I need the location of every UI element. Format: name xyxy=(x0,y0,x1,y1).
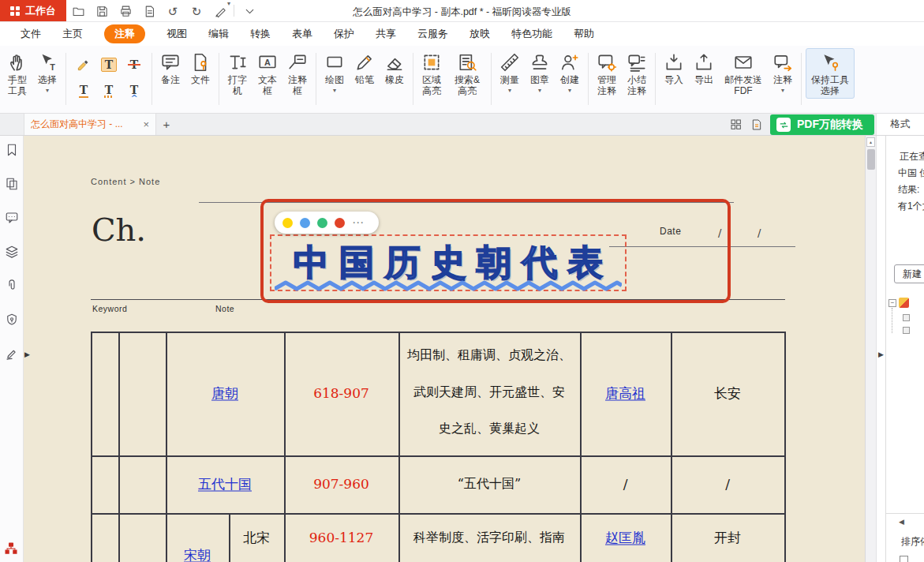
tree-result-item[interactable] xyxy=(903,327,910,334)
security-panel-button[interactable] xyxy=(2,310,21,329)
bookmarks-panel-button[interactable] xyxy=(2,140,21,159)
wavy-underline xyxy=(275,279,622,293)
open-file-button[interactable] xyxy=(66,0,90,22)
menu-edit[interactable]: 编辑 xyxy=(208,27,229,41)
tool-measure[interactable]: 测量 ▾ xyxy=(496,48,524,96)
pdf-page[interactable]: Content > Note Ch. Date / / Keyword Note… xyxy=(24,136,865,562)
dynasty-link[interactable]: 宋朝 xyxy=(166,546,229,562)
attachments-panel-button[interactable] xyxy=(2,276,21,295)
tool-search-highlight[interactable]: 搜索&高亮 xyxy=(447,48,487,99)
tool-typewriter[interactable]: 打字机 xyxy=(223,48,252,99)
tool-note[interactable]: 备注 xyxy=(156,48,185,88)
tree-result-item[interactable] xyxy=(903,314,910,321)
menu-convert[interactable]: 转换 xyxy=(250,27,271,41)
tool-label: 注释 xyxy=(773,75,792,86)
pages-icon xyxy=(5,177,19,191)
ribbon-separator xyxy=(152,53,152,105)
tool-pencil[interactable]: 铅笔 xyxy=(350,48,379,88)
menu-cloud[interactable]: 云服务 xyxy=(417,27,448,41)
menu-home[interactable]: 主页 xyxy=(62,27,83,41)
layers-panel-button[interactable] xyxy=(2,242,21,261)
tool-select[interactable]: T 选择 ▾ xyxy=(33,48,62,96)
tool-callout[interactable]: 注释框 xyxy=(283,48,312,99)
tool-export-comments[interactable]: 导出 xyxy=(690,48,718,88)
expand-left-panel-arrow[interactable]: ▶ xyxy=(24,350,30,358)
structure-panel-icon[interactable] xyxy=(4,541,18,556)
table-line xyxy=(284,332,286,562)
tool-comments-panel[interactable]: 注释 ▾ xyxy=(769,48,797,96)
dynasty-link[interactable]: 五代十国 xyxy=(166,475,284,493)
hscroll-left-arrow[interactable]: ◀ xyxy=(899,518,904,526)
pages-panel-button[interactable] xyxy=(2,174,21,193)
printer-icon xyxy=(119,5,133,18)
quick-tool-dropdown-caret[interactable]: ▾ xyxy=(227,0,230,21)
menu-help[interactable]: 帮助 xyxy=(574,27,594,41)
table-line xyxy=(580,332,582,562)
menu-view[interactable]: 视图 xyxy=(166,27,187,41)
insert-text-tool[interactable]: T xyxy=(122,78,146,102)
print-preview-button[interactable] xyxy=(137,0,161,22)
tool-eraser[interactable]: 橡皮 xyxy=(380,48,409,88)
print-button[interactable] xyxy=(114,0,137,22)
menu-comment[interactable]: 注释 xyxy=(104,24,145,43)
chevron-down-icon xyxy=(243,5,256,18)
reading-mode-icon[interactable] xyxy=(746,114,767,135)
color-swatch-red[interactable] xyxy=(335,218,345,228)
highlight-text-tool[interactable] xyxy=(72,53,95,77)
comments-panel-button[interactable] xyxy=(2,208,21,227)
new-tab-button[interactable]: + xyxy=(156,114,177,135)
undo-button[interactable]: ↺ xyxy=(161,0,185,22)
tool-textbox[interactable]: A 文本框 xyxy=(253,48,282,99)
tool-import-comments[interactable]: 导入 xyxy=(660,48,688,88)
menu-file[interactable]: 文件 xyxy=(21,27,41,41)
menu-share[interactable]: 共享 xyxy=(376,27,396,41)
scroll-up-button[interactable]: ▲ xyxy=(866,137,875,147)
menu-features[interactable]: 特色功能 xyxy=(511,27,552,41)
tool-create[interactable]: 创建 ▾ xyxy=(556,48,584,96)
result-document-icon[interactable] xyxy=(899,298,909,308)
strikeout-tool[interactable]: T xyxy=(122,53,146,77)
format-panel-tab[interactable]: 格式 xyxy=(876,114,924,135)
founder-link[interactable]: 唐高祖 xyxy=(580,384,671,403)
expand-right-panel-arrow[interactable]: ▶ xyxy=(878,350,884,358)
workbench-button[interactable]: 工作台 xyxy=(0,0,66,21)
color-swatch-yellow[interactable] xyxy=(282,218,293,228)
menu-play[interactable]: 放映 xyxy=(469,27,490,41)
tool-stamp[interactable]: 图章 ▾ xyxy=(526,48,554,96)
menu-form[interactable]: 表单 xyxy=(292,27,312,41)
option-checkbox[interactable] xyxy=(900,556,908,562)
color-swatch-green[interactable] xyxy=(317,218,327,228)
more-colors-icon[interactable]: ⋯ xyxy=(352,217,364,229)
dynasty-link[interactable]: 唐朝 xyxy=(166,384,284,403)
redo-button[interactable]: ↻ xyxy=(185,0,208,22)
tree-collapse-icon[interactable]: − xyxy=(888,299,896,307)
signature-panel-button[interactable] xyxy=(2,344,21,363)
squiggly-underline-tool[interactable]: T xyxy=(97,78,121,102)
tool-drawing[interactable]: 绘图 ▾ xyxy=(320,48,349,96)
color-swatch-blue[interactable] xyxy=(300,218,310,228)
tool-attach-file[interactable]: 文件 xyxy=(186,48,215,88)
note-text: 科举制度、活字印刷、指南 xyxy=(399,530,579,546)
tool-keep-selected[interactable]: 保持工具选择 xyxy=(806,48,855,99)
tool-manage-comments[interactable]: 管理注释 xyxy=(593,48,621,99)
table-line xyxy=(671,332,672,562)
tool-area-highlight[interactable]: 区域高亮 xyxy=(417,48,446,99)
underline-tool[interactable]: T xyxy=(72,78,95,102)
document-tab[interactable]: 怎么面对高中学习 - ... × xyxy=(24,114,156,135)
new-search-button[interactable]: 新建 xyxy=(894,264,924,283)
pdf-convert-button[interactable]: PDF万能转换 xyxy=(770,114,874,135)
tool-email-fdf[interactable]: 邮件发送FDF xyxy=(720,48,767,99)
thumbnail-grid-icon[interactable] xyxy=(726,114,746,135)
founder-link[interactable]: 赵匡胤 xyxy=(580,529,671,547)
menu-protect[interactable]: 保护 xyxy=(334,27,354,41)
save-button[interactable] xyxy=(90,0,114,22)
vertical-scrollbar[interactable]: ▲ xyxy=(865,136,876,562)
keep-tool-pin-icon xyxy=(820,51,840,73)
tool-hand[interactable]: 手型工具 xyxy=(3,48,32,99)
ruler-icon xyxy=(499,51,520,73)
area-text-highlight-tool[interactable]: T xyxy=(97,53,121,77)
scrollbar-thumb[interactable] xyxy=(867,149,875,170)
customize-toolbar-button[interactable] xyxy=(238,0,261,22)
tool-summarize-comments[interactable]: 小结注释 xyxy=(623,48,651,99)
tab-close-icon[interactable]: × xyxy=(143,118,149,130)
